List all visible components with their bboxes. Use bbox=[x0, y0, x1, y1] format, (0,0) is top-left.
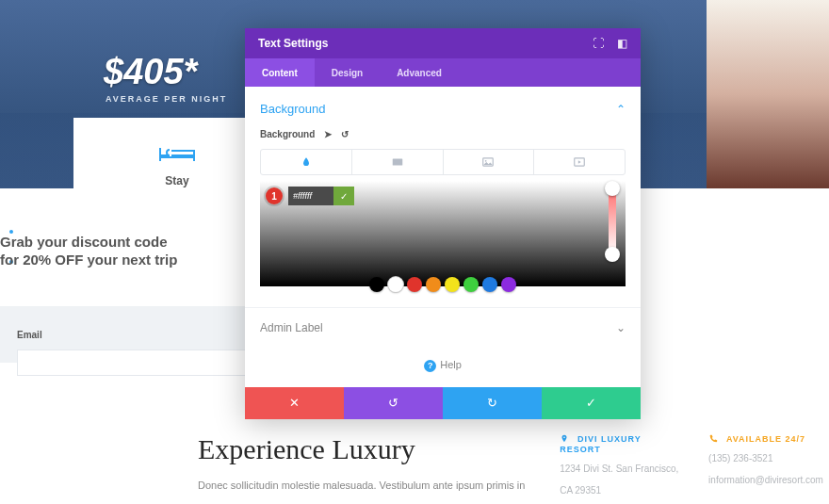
color-swatch[interactable] bbox=[388, 277, 403, 292]
avail-heading: AVAILABLE 24/7 bbox=[726, 434, 805, 444]
hero-image-room bbox=[707, 0, 829, 188]
color-swatch[interactable] bbox=[407, 277, 422, 292]
svg-rect-0 bbox=[392, 159, 402, 166]
price-subtitle: AVERAGE PER NIGHT bbox=[106, 94, 227, 104]
luxury-body: Donec sollicitudin molestie malesuada. V… bbox=[198, 477, 531, 495]
tab-content[interactable]: Content bbox=[245, 58, 315, 87]
bg-tab-color[interactable] bbox=[261, 150, 352, 174]
avail-phone: (135) 236-3521 bbox=[708, 451, 829, 465]
pin-icon bbox=[560, 434, 569, 444]
chevron-up-icon: ⌃ bbox=[616, 103, 626, 116]
help-row[interactable]: ?Help bbox=[245, 348, 641, 387]
background-section-title: Background bbox=[260, 102, 325, 116]
resort-column: DIVI LUXURY RESORT 1234 Divi St. San Fra… bbox=[560, 433, 680, 497]
tab-design[interactable]: Design bbox=[315, 58, 380, 87]
help-icon: ? bbox=[424, 360, 436, 372]
footer-row: Experience Luxury Donec sollicitudin mol… bbox=[198, 433, 829, 497]
expand-icon[interactable]: ⛶ bbox=[593, 37, 604, 50]
background-section-header[interactable]: Background ⌃ bbox=[260, 102, 626, 116]
tab-advanced[interactable]: Advanced bbox=[380, 58, 459, 87]
bg-tab-video[interactable] bbox=[534, 150, 625, 174]
hex-input[interactable] bbox=[288, 187, 333, 205]
save-button[interactable]: ✓ bbox=[542, 387, 641, 419]
reset-icon[interactable]: ↺ bbox=[341, 129, 349, 139]
admin-label-section[interactable]: Admin Label ⌄ bbox=[245, 307, 641, 348]
modal-title: Text Settings bbox=[258, 37, 579, 50]
hue-slider[interactable] bbox=[609, 187, 616, 254]
hue-handle[interactable] bbox=[605, 181, 620, 196]
background-label-row: Background ➤ ↺ bbox=[260, 129, 626, 139]
cursor-icon[interactable]: ➤ bbox=[324, 129, 332, 139]
text-settings-modal: Text Settings ⛶ ◧ Content Design Advance… bbox=[245, 28, 641, 419]
callout-badge: 1 bbox=[266, 187, 283, 204]
bg-tab-image[interactable] bbox=[444, 150, 535, 174]
svg-point-2 bbox=[485, 160, 487, 162]
color-swatch[interactable] bbox=[426, 277, 441, 292]
hex-confirm-button[interactable]: ✓ bbox=[333, 187, 354, 205]
modal-actions: ✕ ↺ ↻ ✓ bbox=[245, 387, 641, 419]
resort-heading: DIVI LUXURY RESORT bbox=[560, 434, 641, 454]
color-picker: 1 ✓ bbox=[260, 181, 626, 292]
background-type-tabs bbox=[260, 149, 626, 175]
resort-addr1: 1234 Divi St. San Francisco, bbox=[560, 462, 680, 476]
modal-body: Background ⌃ Background ➤ ↺ 1 ✓ bbox=[245, 87, 641, 307]
phone-icon bbox=[708, 434, 718, 444]
availability-column: AVAILABLE 24/7 (135) 236-3521 informatio… bbox=[708, 433, 829, 497]
color-swatch[interactable] bbox=[482, 277, 497, 292]
cancel-button[interactable]: ✕ bbox=[245, 387, 344, 419]
undo-button[interactable]: ↺ bbox=[344, 387, 443, 419]
modal-header[interactable]: Text Settings ⛶ ◧ bbox=[245, 28, 641, 58]
modal-tabs: Content Design Advanced bbox=[245, 58, 641, 87]
color-swatch[interactable] bbox=[445, 277, 460, 292]
color-swatch[interactable] bbox=[501, 277, 516, 292]
help-label: Help bbox=[440, 359, 462, 370]
color-swatches bbox=[260, 277, 626, 292]
discount-line2: for 20% OFF your next trip bbox=[0, 252, 177, 269]
discount-line1: Grab your discount code bbox=[0, 234, 177, 252]
price: $405* bbox=[104, 52, 197, 92]
avail-email: information@diviresort.com bbox=[708, 473, 829, 487]
color-swatch[interactable] bbox=[369, 277, 384, 292]
bed-icon bbox=[158, 146, 196, 165]
bg-tab-gradient[interactable] bbox=[352, 150, 444, 174]
color-swatch[interactable] bbox=[463, 277, 479, 292]
admin-label-title: Admin Label bbox=[260, 321, 323, 334]
discount-text: Grab your discount code for 20% OFF your… bbox=[0, 234, 177, 269]
chevron-down-icon: ⌄ bbox=[616, 321, 626, 334]
luxury-title: Experience Luxury bbox=[198, 433, 531, 465]
alpha-handle[interactable] bbox=[605, 247, 620, 262]
snap-icon[interactable]: ◧ bbox=[617, 37, 627, 50]
stay-label: Stay bbox=[165, 174, 188, 187]
redo-button[interactable]: ↻ bbox=[443, 387, 542, 419]
background-label: Background bbox=[260, 129, 315, 139]
resort-addr2: CA 29351 bbox=[560, 483, 680, 497]
